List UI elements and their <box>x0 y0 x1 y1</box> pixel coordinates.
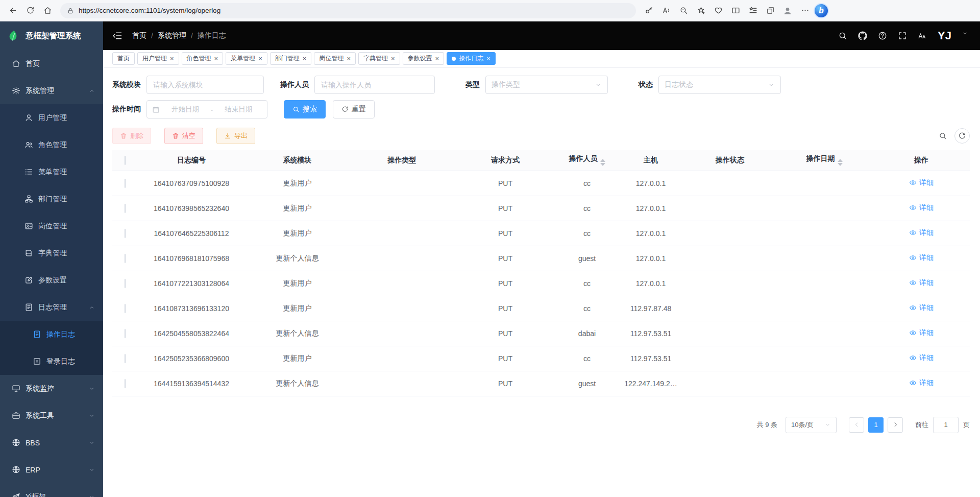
status-select[interactable]: 日志状态 <box>658 76 781 94</box>
sidebar-item-2[interactable]: 用户管理 <box>0 104 103 131</box>
password-manager-button[interactable] <box>640 2 657 19</box>
detail-link[interactable]: 详细 <box>909 178 934 187</box>
row-checkbox[interactable] <box>125 179 126 188</box>
font-size-button[interactable] <box>918 31 927 40</box>
export-button[interactable]: 导出 <box>216 128 255 144</box>
page-number-1[interactable]: 1 <box>868 417 884 433</box>
row-checkbox[interactable] <box>125 329 126 338</box>
browser-reload-button[interactable] <box>21 2 39 19</box>
row-checkbox[interactable] <box>125 304 126 313</box>
page-size-select[interactable]: 10条/页 <box>786 417 837 433</box>
user-logo[interactable]: YJ <box>938 29 951 42</box>
sidebar-item-15[interactable]: ERP <box>0 456 103 483</box>
help-button[interactable] <box>878 31 887 40</box>
tab-close-icon[interactable]: × <box>303 55 307 62</box>
module-input[interactable] <box>146 76 264 94</box>
search-button[interactable]: 搜索 <box>284 100 326 119</box>
sidebar-item-10[interactable]: 操作日志 <box>0 321 103 348</box>
split-screen-button[interactable] <box>727 2 744 19</box>
row-checkbox[interactable] <box>125 379 126 388</box>
tab-0[interactable]: 首页 <box>112 52 135 65</box>
sidebar-item-3[interactable]: 角色管理 <box>0 131 103 158</box>
sidebar-item-12[interactable]: 系统监控 <box>0 375 103 402</box>
tab-5[interactable]: 岗位管理× <box>314 52 356 65</box>
browser-menu-button[interactable] <box>796 2 814 19</box>
tab-6[interactable]: 字典管理× <box>358 52 400 65</box>
select-all-checkbox[interactable] <box>125 156 126 165</box>
breadcrumb-item-1[interactable]: 系统管理 <box>158 31 186 40</box>
favorites-button[interactable] <box>744 2 762 19</box>
sort-caret-icon[interactable] <box>838 159 843 166</box>
detail-link[interactable]: 详细 <box>909 378 934 388</box>
tab-1[interactable]: 用户管理× <box>137 52 179 65</box>
tab-8[interactable]: 操作日志× <box>447 52 496 65</box>
delete-button[interactable]: 删除 <box>112 128 151 144</box>
address-bar[interactable]: https://ccnetcore.com:1101/system/log/op… <box>60 3 636 18</box>
detail-link[interactable]: 详细 <box>909 253 934 263</box>
goto-page-input[interactable] <box>933 417 959 433</box>
tab-4[interactable]: 部门管理× <box>270 52 312 65</box>
sidebar-item-6[interactable]: 岗位管理 <box>0 212 103 240</box>
row-checkbox[interactable] <box>125 254 126 263</box>
sidebar-item-4[interactable]: 菜单管理 <box>0 158 103 185</box>
tab-2[interactable]: 角色管理× <box>182 52 224 65</box>
sort-caret-icon[interactable] <box>600 159 605 166</box>
tab-close-icon[interactable]: × <box>486 55 491 62</box>
browser-home-button[interactable] <box>39 2 56 19</box>
sidebar-item-5[interactable]: 部门管理 <box>0 185 103 212</box>
row-checkbox[interactable] <box>125 204 126 213</box>
github-button[interactable] <box>858 31 867 40</box>
type-select[interactable]: 操作类型 <box>485 76 608 94</box>
date-range-picker[interactable]: 开始日期 - 结束日期 <box>146 100 267 119</box>
detail-link[interactable]: 详细 <box>909 203 934 212</box>
sidebar-item-11[interactable]: 登录日志 <box>0 348 103 375</box>
breadcrumb-item-0[interactable]: 首页 <box>132 31 146 40</box>
row-checkbox[interactable] <box>125 229 126 238</box>
read-aloud-button[interactable] <box>657 2 675 19</box>
tab-close-icon[interactable]: × <box>347 55 351 62</box>
column-header-7[interactable]: 操作日期 <box>776 150 873 171</box>
zoom-button[interactable] <box>675 2 692 19</box>
sidebar-item-7[interactable]: 字典管理 <box>0 240 103 267</box>
tab-3[interactable]: 菜单管理× <box>226 52 267 65</box>
tab-7[interactable]: 参数设置× <box>403 52 445 65</box>
sidebar-item-1[interactable]: 系统管理 <box>0 77 103 104</box>
operator-input[interactable] <box>314 76 435 94</box>
sidebar-item-8[interactable]: 参数设置 <box>0 267 103 294</box>
sidebar-toggle-button[interactable] <box>112 31 122 41</box>
browser-essentials-button[interactable] <box>709 2 727 19</box>
row-checkbox[interactable] <box>125 279 126 288</box>
profile-button[interactable] <box>779 2 796 19</box>
app-logo[interactable]: 意框架管理系统 <box>0 21 103 50</box>
detail-link[interactable]: 详细 <box>909 278 934 288</box>
detail-link[interactable]: 详细 <box>909 353 934 363</box>
refresh-table-button[interactable] <box>954 128 970 144</box>
sidebar-item-9[interactable]: 日志管理 <box>0 294 103 321</box>
collections-button[interactable] <box>762 2 779 19</box>
add-favorite-button[interactable] <box>692 2 709 19</box>
tab-close-icon[interactable]: × <box>214 55 218 62</box>
tab-close-icon[interactable]: × <box>435 55 439 62</box>
browser-back-button[interactable] <box>4 2 21 19</box>
toggle-search-button[interactable] <box>935 128 950 144</box>
tab-close-icon[interactable]: × <box>258 55 262 62</box>
sidebar-item-13[interactable]: 系统工具 <box>0 402 103 429</box>
prev-page-button[interactable] <box>849 417 864 433</box>
clear-button[interactable]: 清空 <box>164 128 203 144</box>
row-checkbox[interactable] <box>125 354 126 363</box>
sidebar-item-14[interactable]: BBS <box>0 429 103 456</box>
header-search-button[interactable] <box>838 31 847 40</box>
user-menu-button[interactable] <box>962 31 968 36</box>
reset-button[interactable]: 重置 <box>333 100 375 119</box>
tab-close-icon[interactable]: × <box>391 55 395 62</box>
tab-close-icon[interactable]: × <box>170 55 174 62</box>
sidebar-item-16[interactable]: Yi框架 <box>0 483 103 497</box>
detail-link[interactable]: 详细 <box>909 328 934 338</box>
column-header-4[interactable]: 操作人员 <box>556 150 618 171</box>
fullscreen-button[interactable] <box>898 31 907 40</box>
next-page-button[interactable] <box>888 417 903 433</box>
detail-link[interactable]: 详细 <box>909 303 934 313</box>
bing-chat-button[interactable]: b <box>814 3 829 18</box>
sidebar-item-0[interactable]: 首页 <box>0 50 103 77</box>
detail-link[interactable]: 详细 <box>909 228 934 238</box>
